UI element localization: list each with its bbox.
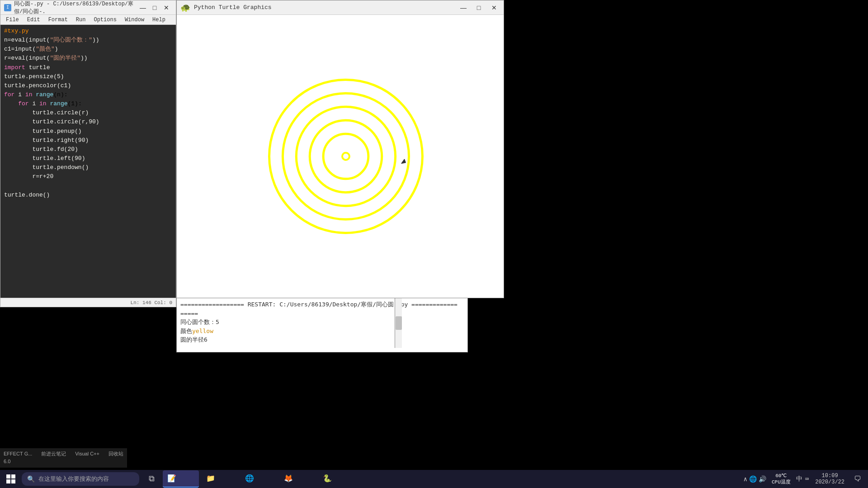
taskbar-center-icons: ⧉ 📝 📁 🌐 🦊 🐍 (143, 470, 354, 488)
svg-point-2 (296, 107, 395, 206)
cursor-position: Ln: 146 Col: 0 (131, 300, 172, 305)
shell-console[interactable]: ================== RESTART: C:/Users/861… (176, 298, 468, 352)
code-line-12: turtle.penup() (4, 127, 172, 136)
code-line-15: turtle.left(90) (4, 154, 172, 163)
bottom-app-info: EFFECT G... 前进云笔记 Visual C++ 回收站 6.0 (0, 448, 127, 468)
cpu-temp-value: 60℃ (775, 473, 787, 479)
chrome-taskbar-icon: 🌐 (245, 474, 254, 483)
turtle-graphics-window: 🐢 Python Turtle Graphics — □ ✕ (176, 0, 504, 298)
code-line-18 (4, 181, 172, 190)
shell-color-value: 颜色yellow (180, 327, 464, 336)
code-line-10: turtle.circle(r) (4, 108, 172, 117)
scroll-thumb (396, 316, 402, 330)
menu-window[interactable]: Window (121, 16, 148, 24)
code-line-6: turtle.pensize(5) (4, 72, 172, 81)
clock-time: 10:09 (815, 473, 844, 479)
code-line-8: for i in range(n): (4, 90, 172, 99)
code-line-16: turtle.pendown() (4, 163, 172, 172)
turtle-titlebar: 🐢 Python Turtle Graphics — □ ✕ (177, 0, 504, 15)
tray-volume-icon[interactable]: 🔊 (759, 475, 766, 483)
shell-scrollbar[interactable] (395, 298, 402, 348)
svg-point-4 (323, 134, 368, 179)
code-editor[interactable]: #txy.py n=eval(input("同心圆个数：")) c1=input… (0, 25, 176, 298)
effect-value: 6.0 (4, 458, 10, 466)
turtle-canvas (177, 15, 504, 298)
code-line-13: turtle.right(90) (4, 136, 172, 145)
code-line-7: turtle.pencolor(c1) (4, 81, 172, 90)
python-taskbar-icon: 🐍 (323, 474, 332, 483)
svg-point-1 (283, 93, 409, 219)
idle-close-btn[interactable]: ✕ (160, 3, 172, 12)
svg-marker-6 (401, 159, 406, 164)
idle-taskbar-icon: 📝 (167, 474, 176, 483)
taskbar-search-icon: 🔍 (27, 475, 35, 483)
taskbar-app-explorer[interactable]: 📁 (202, 470, 238, 488)
notification-btn[interactable]: 🗨 (851, 470, 864, 488)
taskbar: 🔍 在这里输入你要搜索的内容 ⧉ 📝 📁 🌐 🦊 🐍 ∧ 🌐 🔊 (0, 470, 868, 488)
taskbar-app-firefox[interactable]: 🦊 (279, 470, 316, 488)
task-view-icon: ⧉ (149, 474, 155, 483)
app-effect-label: EFFECT G... (4, 450, 32, 458)
windows-logo-icon (6, 474, 15, 483)
cpu-temp-label: CPU温度 (772, 479, 791, 485)
shell-restart-equals: ===== (180, 309, 464, 318)
taskbar-search-bar[interactable]: 🔍 在这里输入你要搜索的内容 (22, 472, 139, 486)
code-line-9: for i in range(1): (4, 99, 172, 108)
idle-app-icon: I (4, 4, 11, 11)
code-line-3: c1=input("颜色") (4, 45, 172, 54)
taskbar-app-idle[interactable]: 📝 (163, 470, 199, 488)
app-notes-label: 前进云笔记 (41, 450, 66, 458)
menu-format[interactable]: Format (45, 16, 71, 24)
shell-radius-value: 圆的半径6 (180, 335, 464, 344)
idle-titlebar: I 同心圆-.py - C:/Users/86139/Desktop/寒假/同心… (0, 0, 176, 15)
app-recycle-label: 回收站 (108, 450, 123, 458)
idle-maximize-btn[interactable]: □ (149, 3, 160, 12)
turtle-minimize-btn[interactable]: — (458, 3, 469, 12)
code-line-17: r=r+20 (4, 172, 172, 181)
code-line-4: r=eval(input("圆的半径")) (4, 54, 172, 63)
tray-network-icon[interactable]: 🌐 (749, 475, 757, 483)
menu-options[interactable]: Options (90, 16, 120, 24)
idle-menubar: File Edit Format Run Options Window Help (0, 15, 176, 25)
code-line-5: import turtle (4, 63, 172, 72)
taskbar-app-python[interactable]: 🐍 (318, 470, 354, 488)
clock-date: 2020/3/22 (815, 479, 844, 485)
turtle-svg (177, 15, 504, 298)
svg-point-5 (342, 153, 349, 160)
turtle-close-btn[interactable]: ✕ (488, 3, 500, 12)
menu-file[interactable]: File (2, 16, 23, 24)
notification-icon: 🗨 (854, 475, 861, 483)
taskbar-search-placeholder: 在这里输入你要搜索的内容 (38, 475, 109, 483)
idle-statusbar: Ln: 146 Col: 0 (0, 298, 176, 307)
app-visual-label: Visual C++ (75, 450, 99, 458)
code-line-14: turtle.fd(20) (4, 145, 172, 154)
tray-arrow-icon[interactable]: ∧ (744, 475, 747, 483)
turtle-maximize-btn[interactable]: □ (473, 3, 485, 12)
code-line-19: turtle.done() (4, 191, 172, 200)
tray-icons: ∧ 🌐 🔊 (744, 475, 766, 483)
menu-run[interactable]: Run (72, 16, 90, 24)
ime-indicator[interactable]: 中 (796, 475, 802, 483)
idle-editor-window: I 同心圆-.py - C:/Users/86139/Desktop/寒假/同心… (0, 0, 176, 307)
turtle-title: Python Turtle Graphics (194, 4, 454, 11)
idle-title: 同心圆-.py - C:/Users/86139/Desktop/寒假/同心圆-… (14, 0, 137, 15)
svg-point-0 (269, 80, 423, 233)
idle-minimize-btn[interactable]: — (137, 3, 149, 12)
svg-point-3 (310, 120, 382, 192)
keyboard-layout-icon[interactable]: ⌨ (805, 475, 809, 483)
system-tray: ∧ 🌐 🔊 60℃ CPU温度 中 ⌨ 10:09 2020/3/22 🗨 (744, 470, 868, 488)
taskbar-app-chrome[interactable]: 🌐 (241, 470, 277, 488)
code-line-11: turtle.circle(r,90) (4, 117, 172, 127)
code-line-2: n=eval(input("同心圆个数：")) (4, 36, 172, 45)
menu-help[interactable]: Help (149, 16, 169, 24)
firefox-taskbar-icon: 🦊 (284, 474, 293, 483)
task-view-btn[interactable]: ⧉ (143, 470, 160, 488)
system-clock[interactable]: 10:09 2020/3/22 (811, 473, 848, 485)
turtle-icon: 🐢 (180, 3, 190, 13)
explorer-taskbar-icon: 📁 (206, 474, 215, 483)
menu-edit[interactable]: Edit (24, 16, 44, 24)
shell-circles-count: 同心圆个数：5 (180, 318, 464, 327)
code-line-1: #txy.py (4, 27, 172, 36)
cpu-temp-display: 60℃ CPU温度 (769, 473, 793, 485)
start-button[interactable] (0, 470, 22, 488)
